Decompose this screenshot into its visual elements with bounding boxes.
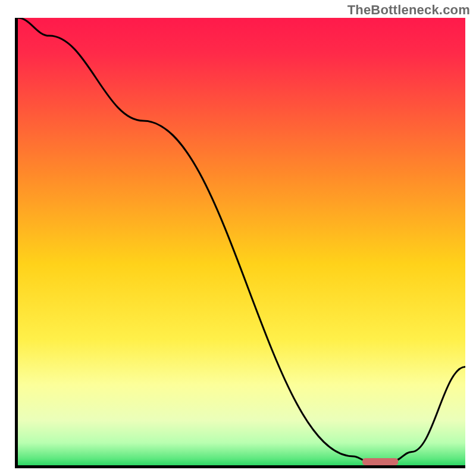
- watermark-text: TheBottleneck.com: [347, 2, 470, 18]
- plot-background: [18, 18, 465, 465]
- bottleneck-chart: [0, 0, 476, 476]
- minimum-marker: [362, 458, 398, 465]
- chart-container: TheBottleneck.com: [0, 0, 476, 476]
